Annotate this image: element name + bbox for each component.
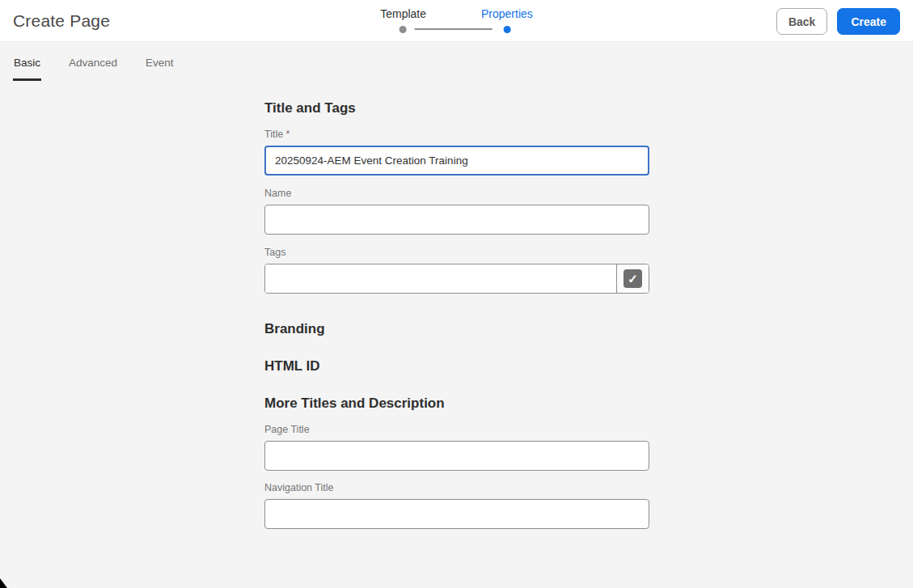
section-heading-branding: Branding [264, 321, 649, 337]
name-input[interactable] [264, 205, 649, 235]
section-heading-more-titles: More Titles and Description [264, 396, 649, 412]
mouse-cursor-artifact [0, 578, 7, 588]
step-template-dot-icon [399, 26, 407, 33]
tags-input[interactable] [265, 264, 616, 293]
step-properties[interactable]: Properties [481, 7, 533, 33]
title-input[interactable] [264, 146, 649, 176]
page-title-input[interactable] [264, 441, 649, 471]
tab-event[interactable]: Event [145, 42, 175, 81]
tags-picker-button[interactable]: ✓ [616, 264, 649, 293]
name-field-label: Name [264, 188, 649, 200]
step-properties-dot-icon [503, 26, 510, 33]
section-heading-title-and-tags: Title and Tags [264, 100, 649, 116]
page-title-field-label: Page Title [264, 424, 649, 436]
step-properties-label: Properties [481, 7, 533, 20]
wizard-stepper: Template Properties [380, 7, 533, 33]
tags-input-group: ✓ [264, 264, 649, 294]
tab-bar: Basic Advanced Event [0, 42, 913, 81]
step-template-label: Template [380, 7, 426, 20]
back-button[interactable]: Back [776, 8, 827, 35]
section-heading-html-id: HTML ID [264, 358, 649, 374]
title-field-label: Title * [264, 129, 649, 141]
navigation-title-input[interactable] [264, 499, 649, 529]
header-actions: Back Create [776, 8, 900, 35]
header: Create Page Template Properties Back Cre… [0, 0, 913, 42]
page-title: Create Page [13, 11, 110, 31]
properties-form: Title and Tags Title * Name Tags ✓ Brand… [264, 100, 649, 529]
create-button[interactable]: Create [837, 8, 900, 35]
tab-basic[interactable]: Basic [13, 42, 41, 81]
checkmark-icon: ✓ [623, 269, 642, 288]
navigation-title-field-label: Navigation Title [264, 482, 649, 494]
tags-field-label: Tags [264, 247, 649, 259]
tab-advanced[interactable]: Advanced [68, 42, 118, 81]
